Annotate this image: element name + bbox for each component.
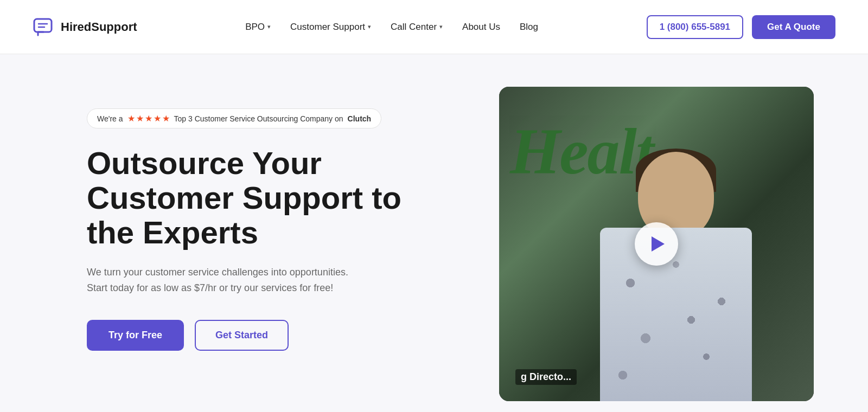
hero-title: Outsource Your Customer Support to the E… <box>87 146 456 249</box>
nav-bpo[interactable]: BPO ▾ <box>245 22 271 33</box>
header: HiredSupport BPO ▾ Customer Support ▾ Ca… <box>0 0 868 54</box>
hero-subtitle: We turn your customer service challenges… <box>87 265 358 296</box>
star-rating: ★ ★ ★ ★ ★ <box>127 113 170 124</box>
badge-suffix-text: Top 3 Customer Service Outsourcing Compa… <box>174 114 343 123</box>
star-4: ★ <box>154 113 161 124</box>
hero-content: We're a ★ ★ ★ ★ ★ Top 3 Customer Service… <box>87 87 456 351</box>
header-actions: 1 (800) 655-5891 Get A Quote <box>647 15 835 39</box>
bpo-chevron-icon: ▾ <box>267 23 271 30</box>
person-shirt-pattern <box>600 228 752 401</box>
star-3: ★ <box>145 113 152 124</box>
nav-call-center[interactable]: Call Center ▾ <box>391 22 443 33</box>
customer-support-chevron-icon: ▾ <box>368 23 371 30</box>
play-icon <box>652 236 665 252</box>
call-center-chevron-icon: ▾ <box>439 23 443 30</box>
video-caption: g Directo... <box>515 369 577 385</box>
badge-prefix-text: We're a <box>97 114 123 123</box>
logo[interactable]: HiredSupport <box>33 16 137 38</box>
hero-cta-buttons: Try for Free Get Started <box>87 320 456 351</box>
nav-blog[interactable]: Blog <box>520 22 538 33</box>
hero-section: We're a ★ ★ ★ ★ ★ Top 3 Customer Service… <box>0 54 868 412</box>
hero-video-area: Healt g Directo... <box>499 87 814 401</box>
get-started-button[interactable]: Get Started <box>195 320 289 351</box>
badge-clutch-text: Clutch <box>348 114 372 123</box>
star-5: ★ <box>162 113 170 124</box>
nav-about-us[interactable]: About Us <box>462 22 500 33</box>
star-1: ★ <box>127 113 135 124</box>
star-2: ★ <box>136 113 144 124</box>
clutch-badge: We're a ★ ★ ★ ★ ★ Top 3 Customer Service… <box>87 108 381 128</box>
logo-icon <box>33 16 55 38</box>
svg-rect-0 <box>34 19 52 32</box>
try-free-button[interactable]: Try for Free <box>87 320 184 351</box>
main-nav: BPO ▾ Customer Support ▾ Call Center ▾ A… <box>245 22 538 33</box>
logo-text: HiredSupport <box>61 20 137 34</box>
video-play-button[interactable] <box>635 222 678 266</box>
person-figure <box>578 141 774 401</box>
phone-button[interactable]: 1 (800) 655-5891 <box>647 15 743 39</box>
get-quote-button[interactable]: Get A Quote <box>752 15 835 39</box>
nav-customer-support[interactable]: Customer Support ▾ <box>290 22 371 33</box>
video-container[interactable]: Healt g Directo... <box>499 87 814 401</box>
